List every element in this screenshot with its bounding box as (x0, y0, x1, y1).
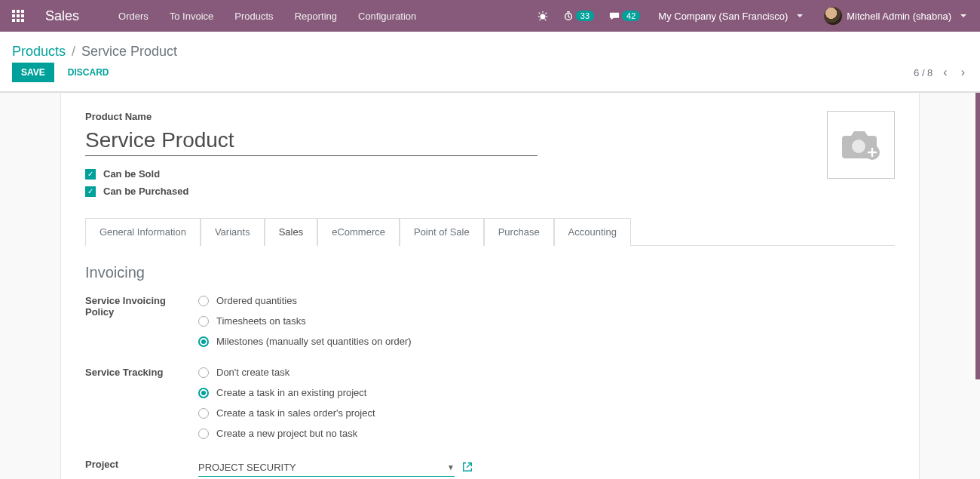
radio-milestones[interactable]: Milestones (manually set quantities on o… (198, 336, 895, 347)
project-select[interactable]: PROJECT SECURITY ▼ (198, 459, 455, 477)
nav-item-to-invoice[interactable]: To Invoice (161, 3, 223, 29)
field-label-project: Project (85, 459, 198, 477)
tab-point-of-sale[interactable]: Point of Sale (400, 218, 484, 246)
external-link-icon[interactable] (462, 462, 473, 474)
nav-item-orders[interactable]: Orders (109, 3, 158, 29)
nav-menu: Orders To Invoice Products Reporting Con… (109, 3, 425, 29)
radio-icon (198, 296, 209, 306)
chat-icon[interactable]: 42 (605, 8, 645, 24)
control-panel: Products / Service Product SAVE DISCARD … (0, 32, 980, 92)
radio-ordered-quantities[interactable]: Ordered quantities (198, 295, 895, 306)
save-button[interactable]: SAVE (12, 63, 54, 82)
radio-label: Ordered quantities (216, 295, 297, 306)
radio-icon (198, 367, 209, 378)
radio-group-invoicing-policy: Ordered quantities Timesheets on tasks M… (198, 295, 895, 356)
checkbox-label: Can be Sold (103, 168, 160, 180)
svg-rect-4 (17, 14, 20, 17)
radio-icon (198, 408, 209, 419)
pager: 6 / 8 ‹ › (914, 63, 968, 82)
radio-create-new-project[interactable]: Create a new project but no task (198, 428, 895, 439)
radio-icon (198, 428, 209, 439)
app-brand[interactable]: Sales (45, 8, 79, 24)
radio-create-task-existing[interactable]: Create a task in an existing project (198, 387, 895, 398)
svg-rect-2 (21, 10, 24, 13)
timer-icon[interactable]: 33 (559, 8, 599, 24)
timer-badge: 33 (576, 11, 594, 21)
tab-bar: General Information Variants Sales eComm… (85, 218, 895, 246)
svg-rect-3 (12, 14, 15, 17)
breadcrumb-current: Service Product (81, 44, 177, 60)
svg-point-11 (852, 140, 865, 153)
tab-accounting[interactable]: Accounting (554, 218, 631, 246)
radio-label: Create a new project but no task (216, 428, 357, 439)
field-label-invoicing-policy: Service Invoicing Policy (85, 295, 198, 356)
tab-sales[interactable]: Sales (265, 218, 318, 246)
avatar (824, 7, 842, 25)
tab-content-sales: Invoicing Service Invoicing Policy Order… (85, 246, 895, 479)
section-title-invoicing: Invoicing (85, 264, 895, 281)
chat-badge: 42 (622, 11, 640, 21)
radio-icon (198, 336, 209, 347)
svg-rect-5 (21, 14, 24, 17)
svg-rect-7 (17, 19, 20, 22)
checkbox-can-be-purchased[interactable]: ✓ Can be Purchased (85, 186, 537, 197)
form-sheet-wrap: Product Name ✓ Can be Sold ✓ Can be Purc… (0, 92, 980, 479)
radio-icon (198, 388, 209, 398)
company-selector[interactable]: My Company (San Francisco) (651, 6, 810, 26)
scrollbar-indicator[interactable] (975, 93, 980, 379)
svg-rect-0 (12, 10, 15, 13)
svg-rect-8 (21, 19, 24, 22)
radio-label: Don't create task (216, 367, 289, 378)
product-name-label: Product Name (85, 111, 537, 122)
discard-button[interactable]: DISCARD (59, 63, 118, 82)
check-icon: ✓ (85, 186, 96, 197)
product-image-upload[interactable] (827, 111, 895, 179)
pager-prev-icon[interactable]: ‹ (940, 63, 950, 82)
radio-label: Create a task in an existing project (216, 387, 366, 398)
svg-point-9 (540, 14, 545, 19)
pager-next-icon[interactable]: › (958, 63, 968, 82)
project-value: PROJECT SECURITY (198, 462, 296, 473)
radio-icon (198, 316, 209, 327)
apps-launcher-icon[interactable] (6, 4, 30, 28)
nav-item-products[interactable]: Products (225, 3, 282, 29)
svg-rect-1 (17, 10, 20, 13)
radio-label: Milestones (manually set quantities on o… (216, 336, 412, 347)
field-label-service-tracking: Service Tracking (85, 367, 198, 448)
svg-rect-6 (12, 19, 15, 22)
breadcrumb-separator: / (72, 44, 75, 60)
checkbox-label: Can be Purchased (103, 186, 188, 197)
user-name: Mitchell Admin (shabna) (847, 11, 951, 22)
radio-group-service-tracking: Don't create task Create a task in an ex… (198, 367, 895, 448)
breadcrumb: Products / Service Product (12, 36, 968, 66)
tab-variants[interactable]: Variants (201, 218, 265, 246)
top-navbar: Sales Orders To Invoice Products Reporti… (0, 0, 980, 32)
radio-label: Create a task in sales order's project (216, 407, 375, 419)
checkbox-can-be-sold[interactable]: ✓ Can be Sold (85, 168, 537, 180)
nav-item-reporting[interactable]: Reporting (286, 3, 346, 29)
camera-plus-icon (839, 127, 883, 163)
user-menu[interactable]: Mitchell Admin (shabna) (816, 2, 974, 29)
nav-item-configuration[interactable]: Configuration (349, 3, 425, 29)
radio-label: Timesheets on tasks (216, 315, 306, 327)
product-name-input[interactable] (85, 125, 537, 156)
nav-right: 33 42 My Company (San Francisco) Mitchel… (533, 2, 974, 29)
radio-timesheets-on-tasks[interactable]: Timesheets on tasks (198, 315, 895, 327)
form-sheet: Product Name ✓ Can be Sold ✓ Can be Purc… (60, 93, 920, 479)
pager-text: 6 / 8 (914, 67, 933, 78)
radio-dont-create-task[interactable]: Don't create task (198, 367, 895, 378)
tab-general-information[interactable]: General Information (85, 218, 201, 246)
check-icon: ✓ (85, 169, 96, 180)
breadcrumb-parent[interactable]: Products (12, 44, 66, 60)
company-name: My Company (San Francisco) (658, 11, 788, 22)
tab-purchase[interactable]: Purchase (484, 218, 554, 246)
radio-create-task-so-project[interactable]: Create a task in sales order's project (198, 407, 895, 419)
tab-ecommerce[interactable]: eCommerce (317, 218, 400, 246)
bug-icon[interactable] (533, 8, 553, 24)
chevron-down-icon: ▼ (447, 463, 455, 471)
